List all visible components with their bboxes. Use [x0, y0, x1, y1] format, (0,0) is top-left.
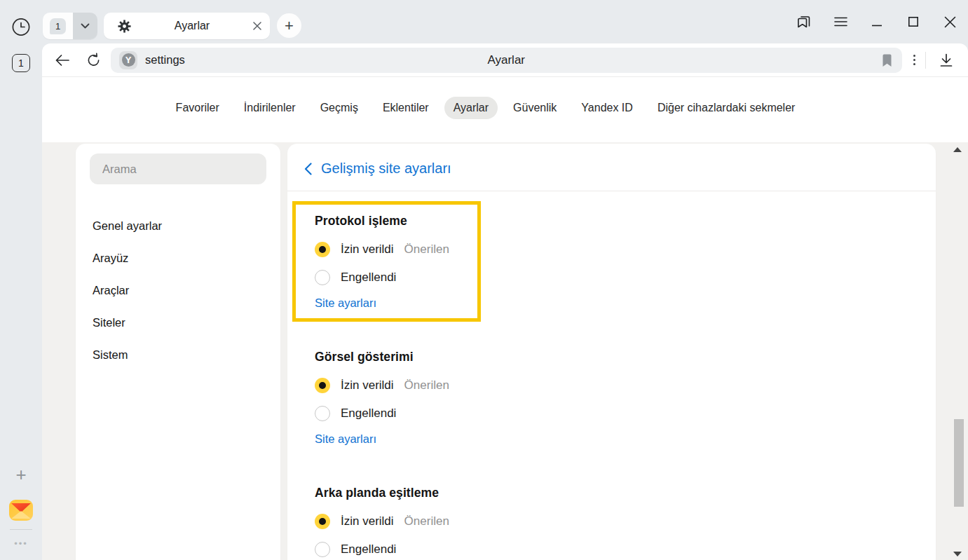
sidebar-item-siteler[interactable]: Siteler: [90, 309, 266, 336]
radio-selected-icon[interactable]: [315, 242, 330, 257]
page-title: Ayarlar: [111, 53, 902, 67]
radio-selected-icon[interactable]: [315, 514, 330, 529]
nav-tab-guvenlik[interactable]: Güvenlik: [504, 97, 566, 119]
browser-window: Y settings Ayarlar Favoriler İndirilenle…: [42, 43, 968, 560]
rail-add-icon[interactable]: +: [11, 465, 31, 484]
recommended-hint: Önerilen: [404, 243, 449, 257]
nav-tab-gecmis[interactable]: Geçmiş: [311, 97, 367, 119]
radio-option-izin-verildi[interactable]: İzin verildi Önerilen: [315, 235, 477, 264]
tab-strip: 1 Ayarlar: [42, 0, 968, 43]
site-favicon-yandex: Y: [119, 51, 137, 69]
scroll-down-icon[interactable]: [953, 552, 962, 556]
close-window-icon[interactable]: [932, 6, 968, 37]
rail-divider: [10, 529, 32, 530]
bookmark-icon[interactable]: [882, 54, 892, 67]
radio-selected-icon[interactable]: [315, 378, 330, 393]
nav-tab-indirilenler[interactable]: İndirilenler: [235, 97, 305, 119]
history-icon[interactable]: [12, 18, 31, 36]
recommended-hint: Önerilen: [404, 514, 449, 528]
content-background: Genel ayarlar Arayüz Araçlar Siteler Sis…: [42, 142, 968, 560]
nav-tab-ayarlar[interactable]: Ayarlar: [444, 97, 498, 119]
section-title: Protokol işleme: [315, 214, 477, 228]
nav-tab-favoriler[interactable]: Favoriler: [167, 97, 229, 119]
site-settings-link[interactable]: Site ayarları: [315, 432, 376, 446]
recommended-hint: Önerilen: [404, 378, 449, 392]
maximize-icon[interactable]: [895, 6, 932, 37]
sidebar-item-arayuz[interactable]: Arayüz: [90, 245, 266, 272]
scroll-up-icon[interactable]: [953, 147, 962, 152]
new-tab-button[interactable]: +: [277, 13, 301, 38]
advanced-site-settings-header[interactable]: Gelişmiş site ayarları: [287, 144, 936, 191]
more-options-icon[interactable]: [913, 53, 916, 67]
chevron-down-icon: [81, 23, 90, 29]
left-rail: 1 + •••: [0, 0, 42, 560]
yandex-mail-icon[interactable]: [8, 498, 34, 523]
scrollbar-thumb[interactable]: [954, 419, 964, 507]
url-text: settings: [145, 53, 185, 67]
settings-sidebar: Genel ayarlar Arayüz Araçlar Siteler Sis…: [76, 144, 280, 560]
toolbar-divider: [925, 52, 926, 69]
section-arka-planda-esitleme: Arka planda eşitleme İzin verildi Öneril…: [292, 473, 481, 560]
section-page-title: Gelişmiş site ayarları: [321, 161, 451, 177]
tab-group-expand[interactable]: [73, 13, 97, 39]
tab-group-count[interactable]: 1: [43, 13, 73, 39]
radio-option-engellendi[interactable]: Engellendi: [315, 535, 477, 560]
section-title: Arka planda eşitleme: [315, 486, 477, 500]
radio-option-engellendi[interactable]: Engellendi: [315, 399, 477, 428]
nav-tab-eklentiler[interactable]: Eklentiler: [374, 97, 438, 119]
radio-unselected-icon[interactable]: [315, 542, 330, 557]
section-title: Görsel gösterimi: [315, 350, 477, 364]
radio-option-engellendi[interactable]: Engellendi: [315, 264, 477, 292]
sidebar-item-araclar[interactable]: Araçlar: [90, 277, 266, 304]
sidebar-list: Genel ayarlar Arayüz Araçlar Siteler Sis…: [90, 212, 266, 369]
settings-nav: Favoriler İndirilenler Geçmiş Eklentiler…: [42, 97, 929, 119]
back-chevron-icon: [304, 163, 312, 175]
browser-tab-ayarlar[interactable]: Ayarlar: [104, 13, 270, 39]
address-bar[interactable]: Y settings Ayarlar: [111, 48, 902, 73]
gear-icon: [118, 20, 131, 33]
site-settings-link[interactable]: Site ayarları: [315, 296, 376, 310]
section-gorsel-gosterimi: Görsel gösterimi İzin verildi Önerilen E…: [292, 337, 481, 458]
tab-title: Ayarlar: [131, 20, 253, 32]
radio-unselected-icon[interactable]: [315, 406, 330, 421]
menu-icon[interactable]: [822, 6, 859, 37]
toolbar: Y settings Ayarlar: [42, 43, 968, 77]
nav-tab-diger-cihazlar[interactable]: Diğer cihazlardaki sekmeler: [648, 97, 805, 119]
radio-option-izin-verildi[interactable]: İzin verildi Önerilen: [315, 507, 477, 535]
nav-tab-yandex-id[interactable]: Yandex ID: [572, 97, 642, 119]
minimize-icon[interactable]: [859, 6, 895, 37]
sidebar-item-sistem[interactable]: Sistem: [90, 341, 266, 369]
tabs-count-button[interactable]: 1: [12, 54, 30, 72]
rail-more-icon[interactable]: •••: [10, 538, 32, 548]
search-input[interactable]: [90, 153, 266, 184]
reload-icon[interactable]: [83, 50, 104, 71]
back-icon[interactable]: [52, 50, 73, 71]
downloads-icon[interactable]: [936, 50, 957, 71]
settings-main-panel: Gelişmiş site ayarları Protokol işleme İ…: [287, 144, 936, 560]
tab-close-icon[interactable]: [253, 22, 261, 30]
panels-bookmarks-icon[interactable]: [786, 6, 822, 37]
radio-unselected-icon[interactable]: [315, 270, 330, 285]
tab-group-control[interactable]: 1: [43, 13, 97, 39]
section-protokol-isleme highlight-box: Protokol işleme İzin verildi Önerilen En…: [292, 201, 481, 322]
settings-page: Favoriler İndirilenler Geçmiş Eklentiler…: [42, 77, 968, 560]
sidebar-item-genel-ayarlar[interactable]: Genel ayarlar: [90, 212, 266, 240]
radio-option-izin-verildi[interactable]: İzin verildi Önerilen: [315, 371, 477, 399]
